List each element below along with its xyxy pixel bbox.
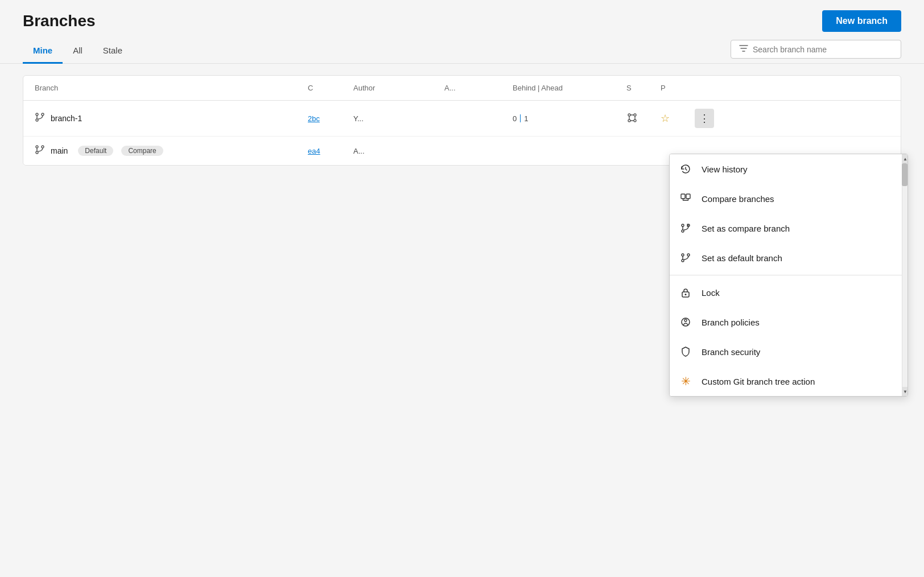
branch-name: main <box>51 146 68 155</box>
col-age: A... <box>444 84 513 92</box>
col-p: P <box>661 84 695 92</box>
star-orange-icon: ✳ <box>679 374 692 388</box>
dropdown-label-branch-policies: Branch policies <box>702 318 760 327</box>
security-icon <box>679 345 692 358</box>
page-container: Branches New branch Mine All Stale Branc… <box>0 0 924 577</box>
col-c: C <box>308 84 353 92</box>
dropdown-item-compare-branches[interactable]: Compare branches <box>670 184 908 213</box>
set-compare-icon <box>679 221 692 235</box>
dropdown-divider <box>670 275 908 275</box>
col-s: S <box>626 84 661 92</box>
svg-rect-11 <box>686 194 690 199</box>
svg-point-7 <box>36 146 38 148</box>
policies-icon <box>679 315 692 329</box>
tab-stale[interactable]: Stale <box>93 40 133 64</box>
lock-icon <box>679 286 692 299</box>
branch-icon <box>35 112 45 125</box>
search-box <box>731 40 901 59</box>
commit-hash[interactable]: 2bc <box>308 114 353 123</box>
branch-name-cell: branch-1 <box>35 112 308 125</box>
dropdown-label-custom-git: Custom Git branch tree action <box>702 377 815 386</box>
dropdown-label-lock: Lock <box>702 288 720 298</box>
tab-mine[interactable]: Mine <box>23 40 63 64</box>
set-default-icon <box>679 251 692 265</box>
scrollbar-down[interactable]: ▼ <box>902 387 908 396</box>
page-title: Branches <box>23 12 96 30</box>
col-branch: Branch <box>35 84 308 92</box>
svg-point-2 <box>36 119 38 121</box>
svg-point-15 <box>682 254 684 256</box>
tabs-row: Mine All Stale <box>0 40 924 64</box>
branch-name: branch-1 <box>51 114 82 123</box>
dropdown-item-lock[interactable]: Lock <box>670 278 908 307</box>
history-icon <box>679 162 692 176</box>
svg-point-9 <box>36 151 38 154</box>
branch-table: Branch C Author A... Behind | Ahead S P <box>23 75 901 166</box>
svg-point-19 <box>685 294 687 295</box>
dropdown-label-branch-security: Branch security <box>702 347 760 357</box>
svg-point-0 <box>36 113 38 116</box>
page-header: Branches New branch <box>0 0 924 40</box>
compare-branches-icon <box>679 192 692 205</box>
compare-tag: Compare <box>121 146 163 156</box>
dropdown-item-set-default[interactable]: Set as default branch <box>670 243 908 273</box>
col-author: Author <box>353 84 444 92</box>
tab-all[interactable]: All <box>63 40 93 64</box>
svg-point-16 <box>687 254 690 256</box>
default-tag: Default <box>78 146 113 156</box>
dropdown-item-set-compare[interactable]: Set as compare branch <box>670 213 908 243</box>
svg-point-6 <box>634 119 636 122</box>
author: Y... <box>353 114 444 123</box>
dropdown-item-branch-security[interactable]: Branch security <box>670 337 908 366</box>
dropdown-label-view-history: View history <box>702 164 748 174</box>
col-actions <box>695 84 729 92</box>
dropdown-item-custom-git[interactable]: ✳ Custom Git branch tree action <box>670 366 908 396</box>
dropdown-item-branch-policies[interactable]: Branch policies <box>670 307 908 337</box>
scrollbar-up[interactable]: ▲ <box>902 154 908 163</box>
svg-rect-10 <box>681 194 685 199</box>
dropdown-label-set-compare: Set as compare branch <box>702 224 790 233</box>
svg-point-21 <box>684 319 687 322</box>
svg-point-17 <box>682 259 684 262</box>
tabs-left: Mine All Stale <box>23 40 133 63</box>
table-row: branch-1 2bc Y... 0 1 <box>23 101 901 137</box>
s-col <box>626 112 661 125</box>
filter-icon <box>739 44 748 55</box>
author: A... <box>353 147 444 155</box>
svg-point-14 <box>682 230 684 232</box>
dropdown-label-compare-branches: Compare branches <box>702 194 774 204</box>
content-area: Branch C Author A... Behind | Ahead S P <box>0 75 924 166</box>
behind-ahead-divider <box>520 114 521 122</box>
behind-count: 0 <box>513 114 517 123</box>
branch-icon <box>35 145 45 157</box>
svg-point-1 <box>42 113 44 116</box>
col-behind-ahead: Behind | Ahead <box>513 84 626 92</box>
new-branch-button[interactable]: New branch <box>822 10 901 32</box>
dropdown-menu: View history Compare branches <box>669 154 908 397</box>
favorite-icon[interactable]: ☆ <box>661 112 695 125</box>
scrollbar-thumb[interactable] <box>902 163 908 186</box>
more-actions-button[interactable]: ⋮ <box>695 109 714 128</box>
table-header: Branch C Author A... Behind | Ahead S P <box>23 76 901 101</box>
ahead-count: 1 <box>524 114 528 123</box>
scrollbar-track: ▲ ▼ <box>902 154 908 396</box>
search-input[interactable] <box>753 45 867 54</box>
branch-name-cell: main Default Compare <box>35 145 308 157</box>
dropdown-item-view-history[interactable]: View history <box>670 154 908 184</box>
svg-point-4 <box>634 114 636 116</box>
svg-point-8 <box>42 146 44 148</box>
dropdown-label-set-default: Set as default branch <box>702 253 782 263</box>
commit-hash[interactable]: ea4 <box>308 147 353 155</box>
svg-point-12 <box>682 224 684 226</box>
svg-point-3 <box>628 114 630 116</box>
behind-ahead: 0 1 <box>513 114 626 123</box>
svg-point-5 <box>628 119 630 122</box>
